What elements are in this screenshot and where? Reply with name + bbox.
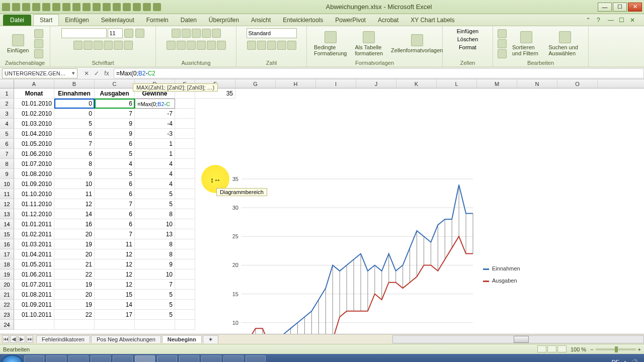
row-header[interactable]: 5 <box>0 129 14 139</box>
clear-icon[interactable] <box>498 49 507 58</box>
table-cell[interactable]: 8 <box>54 159 95 169</box>
row-header[interactable]: 21 <box>0 290 14 300</box>
sheet-tab[interactable]: Fehlerindikatoren <box>36 335 90 343</box>
table-cell[interactable]: 01.03.2011 <box>14 239 54 249</box>
table-cell[interactable]: 01.09.2011 <box>14 300 54 310</box>
ribbon-min-icon[interactable]: — <box>608 17 615 24</box>
table-cell[interactable]: 01.08.2011 <box>14 290 54 300</box>
table-cell[interactable]: 9 <box>135 259 175 269</box>
table-cell[interactable]: 10 <box>135 269 175 280</box>
table-cell[interactable]: 6 <box>95 179 135 189</box>
col-header[interactable]: O <box>557 79 598 88</box>
ribbon-close-icon[interactable]: ✕ <box>630 17 637 24</box>
table-cell[interactable]: 4 <box>135 169 175 179</box>
currency-icon[interactable] <box>247 41 256 50</box>
font-family-input[interactable] <box>61 28 107 38</box>
fill-color-icon[interactable] <box>114 41 123 50</box>
taskbar-item-excel[interactable] <box>135 355 155 362</box>
col-header[interactable]: K <box>396 79 437 88</box>
table-cell[interactable]: 19 <box>54 300 95 310</box>
table-cell[interactable]: -3 <box>135 129 175 139</box>
table-cell[interactable]: 5 <box>135 310 175 320</box>
tab-seitenlayout[interactable]: Seitenlayout <box>95 15 140 26</box>
table-cell[interactable]: 19 <box>54 280 95 290</box>
row-header[interactable]: 7 <box>0 149 14 159</box>
table-cell[interactable]: 6 <box>54 129 95 139</box>
table-cell[interactable]: 4 <box>135 159 175 169</box>
table-cell[interactable]: 01.04.2011 <box>14 249 54 259</box>
table-cell[interactable]: -4 <box>135 119 175 129</box>
qat-icon[interactable] <box>143 3 151 11</box>
table-cell[interactable]: 4 <box>135 179 175 189</box>
col-header[interactable]: B <box>54 79 95 88</box>
table-cell[interactable]: 01.05.2011 <box>14 259 54 269</box>
ribbon-restore-icon[interactable]: ☐ <box>619 17 626 24</box>
table-cell[interactable]: 9 <box>95 119 135 129</box>
table-cell[interactable]: 20 <box>54 290 95 300</box>
table-cell[interactable]: 5 <box>135 300 175 310</box>
enter-formula-icon[interactable]: ✓ <box>93 70 101 77</box>
help-icon[interactable]: ? <box>597 17 604 24</box>
table-cell[interactable]: -7 <box>135 109 175 119</box>
tab-ueberpruefen[interactable]: Überprüfen <box>203 15 245 26</box>
table-cell[interactable]: 01.06.2010 <box>14 149 54 159</box>
row-header[interactable]: 19 <box>0 269 14 280</box>
table-cell[interactable]: 17 <box>95 310 135 320</box>
start-button[interactable] <box>2 355 22 362</box>
cells-insert[interactable]: Einfügen <box>457 28 478 34</box>
table-cell[interactable]: 01.01.2010 <box>14 99 54 109</box>
table-cell[interactable]: 10 <box>135 219 175 229</box>
qat-icon[interactable] <box>83 3 91 11</box>
table-cell[interactable]: 13 <box>135 229 175 239</box>
qat-icon[interactable] <box>103 3 111 11</box>
table-cell[interactable]: 7 <box>95 109 135 119</box>
table-header[interactable]: Einnahmen <box>54 88 95 99</box>
cells-delete[interactable]: Löschen <box>457 36 478 42</box>
table-cell[interactable]: 7 <box>95 199 135 209</box>
col-header[interactable]: J <box>356 79 396 88</box>
table-cell[interactable]: 15 <box>95 290 135 300</box>
save-icon[interactable] <box>12 3 20 11</box>
comma-icon[interactable] <box>267 41 276 50</box>
table-cell[interactable]: 6 <box>54 149 95 159</box>
table-cell[interactable]: 9 <box>54 169 95 179</box>
embedded-chart[interactable]: 0510152025303501.01.201001.03.201001.05.… <box>221 174 523 334</box>
table-cell[interactable]: 19 <box>54 239 95 249</box>
table-cell[interactable]: 12 <box>95 269 135 280</box>
table-cell[interactable]: 5 <box>135 189 175 199</box>
table-cell[interactable]: 7 <box>95 229 135 239</box>
tab-start[interactable]: Start <box>33 14 59 26</box>
table-cell[interactable]: 01.07.2011 <box>14 280 54 290</box>
table-cell[interactable]: 16 <box>54 219 95 229</box>
table-cell[interactable]: 6 <box>95 219 135 229</box>
maximize-button[interactable]: ☐ <box>613 3 627 12</box>
spreadsheet-grid[interactable]: A B C D E F G H I J K L M N O 1MonatEinn… <box>0 79 644 334</box>
row-header[interactable]: 18 <box>0 259 14 269</box>
cut-icon[interactable] <box>34 29 43 38</box>
dec-inc-icon[interactable] <box>277 41 286 50</box>
autosum-icon[interactable] <box>498 29 507 38</box>
taskbar-item[interactable] <box>91 355 111 362</box>
col-header[interactable]: A <box>14 79 54 88</box>
table-cell[interactable]: 8 <box>135 209 175 219</box>
table-cell[interactable]: 7 <box>54 139 95 149</box>
taskbar-item[interactable] <box>246 355 266 362</box>
table-cell[interactable]: 01.12.2010 <box>14 209 54 219</box>
row-header[interactable]: 13 <box>0 209 14 219</box>
percent-icon[interactable] <box>257 41 266 50</box>
align-mid-icon[interactable] <box>182 29 191 38</box>
cells-format[interactable]: Format <box>459 44 476 50</box>
col-header[interactable]: M <box>477 79 517 88</box>
table-cell[interactable]: 12 <box>54 199 95 209</box>
taskbar-item[interactable] <box>113 355 133 362</box>
col-header[interactable]: N <box>517 79 557 88</box>
row-header[interactable]: 14 <box>0 219 14 229</box>
table-cell[interactable]: 12 <box>95 259 135 269</box>
row-header[interactable]: 6 <box>0 139 14 149</box>
row-header[interactable]: 16 <box>0 239 14 249</box>
taskbar-item[interactable] <box>223 355 244 362</box>
col-header[interactable]: H <box>276 79 316 88</box>
minimize-ribbon-icon[interactable]: ⌃ <box>586 17 593 24</box>
tab-daten[interactable]: Daten <box>175 15 203 26</box>
row-header[interactable]: 20 <box>0 280 14 290</box>
